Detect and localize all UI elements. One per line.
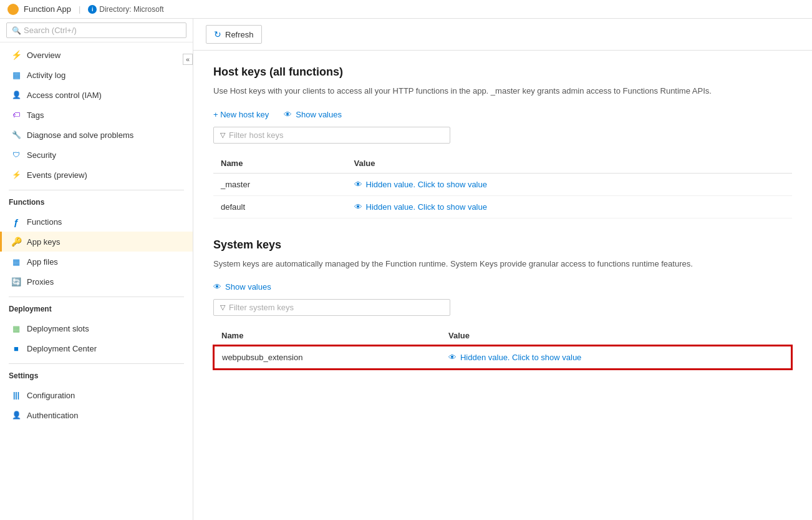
security-label: Security xyxy=(27,150,56,160)
hidden-value-link[interactable]: 👁 Hidden value. Click to show value xyxy=(448,353,783,362)
topbar-divider: | xyxy=(79,4,80,14)
host-show-values-label: Show values xyxy=(296,110,342,119)
system-keys-actions: 👁 Show values xyxy=(213,282,792,292)
toolbar: ↻ Refresh xyxy=(193,19,812,51)
functions-section-label: Functions xyxy=(0,193,193,209)
tags-icon: 🏷 xyxy=(11,109,22,120)
nav-section-functions: ƒ Functions 🔑 App keys ▦ App files 🔄 Pro… xyxy=(0,209,193,294)
collapse-button[interactable]: « xyxy=(183,54,193,65)
access-control-label: Access control (IAM) xyxy=(27,91,102,100)
deployment-center-label: Deployment Center xyxy=(27,344,97,353)
info-icon: i xyxy=(88,5,97,14)
settings-divider xyxy=(9,363,184,364)
function-app-icon xyxy=(7,4,19,15)
system-keys-desc: System keys are automatically managed by… xyxy=(213,258,792,270)
proxies-label: Proxies xyxy=(27,277,54,287)
filter-icon: ▽ xyxy=(220,131,225,139)
sidebar-item-access-control[interactable]: 👤 Access control (IAM) xyxy=(0,85,193,105)
hidden-value-link[interactable]: 👁 Hidden value. Click to show value xyxy=(354,180,785,189)
app-files-icon: ▦ xyxy=(11,256,22,267)
page-content: Host keys (all functions) Use Host keys … xyxy=(193,51,812,405)
events-icon: ⚡ xyxy=(11,169,22,180)
sidebar-item-activity-log[interactable]: ▦ Activity log xyxy=(0,65,193,85)
directory-label: Directory: Microsoft xyxy=(99,5,163,14)
host-keys-table: Name Value _master 👁 Hidden value. Click… xyxy=(213,154,792,218)
deployment-section-label: Deployment xyxy=(0,300,193,316)
sidebar-item-diagnose[interactable]: 🔧 Diagnose and solve problems xyxy=(0,125,193,145)
sidebar-item-app-files[interactable]: ▦ App files xyxy=(0,252,193,272)
sidebar-item-app-keys[interactable]: 🔑 App keys xyxy=(0,232,193,252)
system-value-col: Value xyxy=(441,326,791,346)
functions-divider xyxy=(9,190,184,190)
sidebar-item-overview[interactable]: ⚡ Overview xyxy=(0,45,193,65)
app-keys-icon: 🔑 xyxy=(11,236,22,247)
system-eye-icon: 👁 xyxy=(213,282,221,292)
key-value[interactable]: 👁 Hidden value. Click to show value xyxy=(347,195,792,218)
system-filter-icon: ▽ xyxy=(220,303,225,312)
content-area: ↻ Refresh Host keys (all functions) Use … xyxy=(193,19,812,520)
key-name: default xyxy=(213,195,347,218)
new-host-key-button[interactable]: + New host key xyxy=(213,110,269,119)
app-keys-label: App keys xyxy=(27,237,60,247)
host-keys-title: Host keys (all functions) xyxy=(213,66,792,79)
system-keys-filter[interactable]: ▽ Filter system keys xyxy=(213,299,450,316)
hidden-value-link[interactable]: 👁 Hidden value. Click to show value xyxy=(354,202,785,212)
search-icon: 🔍 xyxy=(12,26,21,35)
hidden-value-text: Hidden value. Click to show value xyxy=(366,202,487,212)
topbar-title: Function App xyxy=(24,4,71,14)
key-value[interactable]: 👁 Hidden value. Click to show value xyxy=(441,346,791,369)
sidebar-item-security[interactable]: 🛡 Security xyxy=(0,145,193,165)
functions-icon: ƒ xyxy=(11,216,22,227)
nav-section-main: ⚡ Overview ▦ Activity log 👤 Access contr… xyxy=(0,42,193,187)
sidebar-item-deployment-slots[interactable]: ▦ Deployment slots xyxy=(0,318,193,338)
main-layout: 🔍 Search (Ctrl+/) « ⚡ Overview ▦ Activit… xyxy=(0,19,812,520)
sidebar-item-tags[interactable]: 🏷 Tags xyxy=(0,105,193,125)
security-icon: 🛡 xyxy=(11,149,22,160)
table-row: _master 👁 Hidden value. Click to show va… xyxy=(213,173,792,195)
sidebar-item-events[interactable]: ⚡ Events (preview) xyxy=(0,165,193,185)
topbar: Function App | i Directory: Microsoft xyxy=(0,0,812,19)
deployment-slots-label: Deployment slots xyxy=(27,324,89,333)
deployment-center-icon: ■ xyxy=(11,343,22,354)
key-value[interactable]: 👁 Hidden value. Click to show value xyxy=(347,173,792,195)
system-keys-section: System keys System keys are automaticall… xyxy=(213,238,792,370)
deployment-slots-icon: ▦ xyxy=(11,323,22,334)
search-input-wrap[interactable]: 🔍 Search (Ctrl+/) xyxy=(6,22,186,38)
sidebar-item-proxies[interactable]: 🔄 Proxies xyxy=(0,272,193,292)
activity-log-label: Activity log xyxy=(27,71,65,80)
hidden-value-text: Hidden value. Click to show value xyxy=(366,180,487,189)
tags-label: Tags xyxy=(27,110,44,120)
host-value-col: Value xyxy=(347,154,792,174)
host-keys-filter-placeholder: Filter host keys xyxy=(229,130,283,140)
system-show-values-label: Show values xyxy=(225,282,271,292)
sidebar-item-configuration[interactable]: ||| Configuration xyxy=(0,385,193,405)
system-keys-table: Name Value webpubsub_extension 👁 Hidden … xyxy=(213,326,792,370)
sidebar-item-functions[interactable]: ƒ Functions xyxy=(0,212,193,232)
refresh-button[interactable]: ↻ Refresh xyxy=(206,25,262,44)
host-name-col: Name xyxy=(213,154,347,174)
system-keys-filter-placeholder: Filter system keys xyxy=(229,303,294,312)
eye-icon: 👁 xyxy=(354,202,362,212)
eye-icon: 👁 xyxy=(284,110,292,119)
diagnose-label: Diagnose and solve problems xyxy=(27,130,133,140)
configuration-icon: ||| xyxy=(11,390,22,401)
functions-label: Functions xyxy=(27,217,62,227)
system-keys-title: System keys xyxy=(213,238,792,252)
sidebar-item-deployment-center[interactable]: ■ Deployment Center xyxy=(0,338,193,358)
system-show-values-button[interactable]: 👁 Show values xyxy=(213,282,271,292)
host-keys-filter[interactable]: ▽ Filter host keys xyxy=(213,127,450,144)
key-name: webpubsub_extension xyxy=(214,346,441,369)
activity-log-icon: ▦ xyxy=(11,69,22,81)
system-name-col: Name xyxy=(214,326,441,346)
sidebar: 🔍 Search (Ctrl+/) « ⚡ Overview ▦ Activit… xyxy=(0,19,193,520)
authentication-icon: 👤 xyxy=(11,410,22,421)
table-row: webpubsub_extension 👁 Hidden value. Clic… xyxy=(214,346,791,369)
host-keys-actions: + New host key 👁 Show values xyxy=(213,110,792,119)
host-show-values-button[interactable]: 👁 Show values xyxy=(284,110,342,119)
configuration-label: Configuration xyxy=(27,391,75,400)
access-control-icon: 👤 xyxy=(11,89,22,101)
nav-section-settings: ||| Configuration 👤 Authentication xyxy=(0,383,193,428)
refresh-icon: ↻ xyxy=(214,29,221,39)
deployment-divider xyxy=(9,297,184,297)
sidebar-item-authentication[interactable]: 👤 Authentication xyxy=(0,405,193,425)
